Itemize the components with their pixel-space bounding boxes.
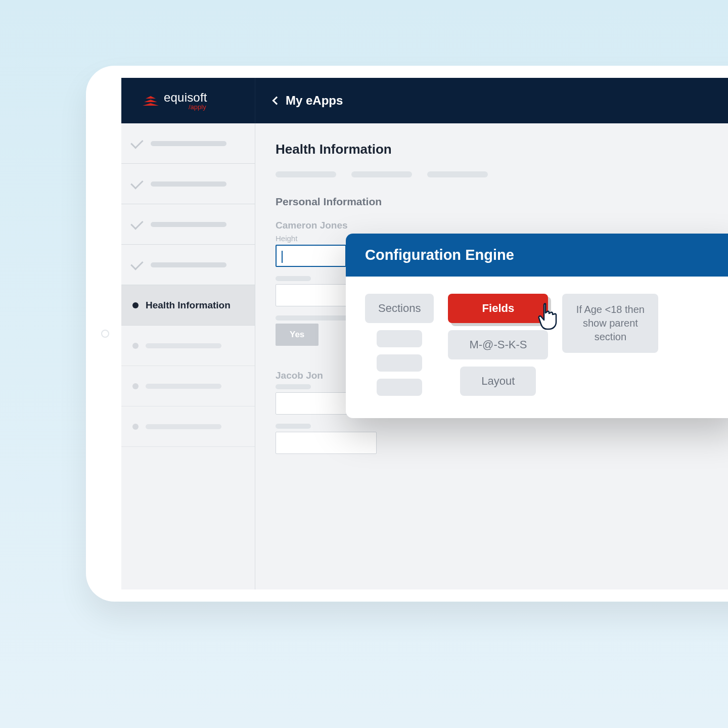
brand-logo-icon bbox=[143, 96, 159, 106]
section-item-placeholder[interactable] bbox=[377, 330, 422, 347]
chevron-left-icon bbox=[272, 97, 281, 105]
sidebar-step-completed[interactable] bbox=[121, 245, 255, 285]
field-label-placeholder bbox=[276, 276, 311, 281]
sidebar-step-upcoming[interactable] bbox=[121, 406, 255, 447]
section-item-placeholder[interactable] bbox=[377, 354, 422, 372]
dot-icon bbox=[132, 383, 139, 389]
tab-placeholder[interactable] bbox=[276, 171, 336, 177]
config-col-fields: Fields M-@-S-K-S Layout bbox=[448, 294, 548, 396]
page-title: Health Information bbox=[276, 142, 728, 157]
masks-chip[interactable]: M-@-S-K-S bbox=[448, 330, 548, 359]
brand-text: equisoft /apply bbox=[164, 92, 207, 110]
section-item-placeholder[interactable] bbox=[377, 379, 422, 396]
check-icon bbox=[130, 217, 143, 230]
sidebar-placeholder bbox=[151, 141, 226, 146]
brand-subname: /apply bbox=[164, 104, 207, 110]
generic-input[interactable] bbox=[276, 432, 377, 454]
section-subhead: Personal Information bbox=[276, 196, 728, 208]
dot-icon bbox=[132, 343, 139, 349]
dot-icon bbox=[132, 302, 139, 308]
sidebar-placeholder bbox=[146, 384, 221, 389]
sidebar-placeholder bbox=[146, 424, 221, 429]
layout-chip[interactable]: Layout bbox=[460, 367, 536, 396]
back-nav-label: My eApps bbox=[286, 94, 343, 108]
fields-chip-label: Fields bbox=[482, 302, 515, 314]
sidebar-placeholder bbox=[151, 262, 226, 267]
sidebar-placeholder bbox=[146, 343, 221, 348]
cursor-pointer-icon bbox=[536, 303, 560, 333]
yes-button[interactable]: Yes bbox=[276, 324, 318, 346]
tab-placeholder[interactable] bbox=[351, 171, 412, 177]
field-label-placeholder bbox=[276, 424, 311, 429]
check-icon bbox=[130, 136, 143, 149]
sidebar-step-completed[interactable] bbox=[121, 204, 255, 245]
config-col-sections: Sections bbox=[365, 294, 434, 396]
brand-block: equisoft /apply bbox=[121, 78, 255, 123]
person-name: Cameron Jones bbox=[276, 220, 728, 231]
check-icon bbox=[130, 257, 143, 270]
sidebar-step-completed[interactable] bbox=[121, 123, 255, 164]
check-icon bbox=[130, 176, 143, 189]
configuration-engine-panel: Configuration Engine Sections Fields M-@… bbox=[346, 234, 728, 418]
height-input-1[interactable] bbox=[276, 245, 346, 267]
config-panel-body: Sections Fields M-@-S-K-S Layout If Age … bbox=[346, 277, 728, 418]
app-header: equisoft /apply My eApps bbox=[121, 78, 728, 123]
sidebar-step-completed[interactable] bbox=[121, 164, 255, 204]
sidebar-active-label: Health Information bbox=[146, 300, 231, 311]
back-nav[interactable]: My eApps bbox=[255, 78, 343, 123]
sidebar-placeholder bbox=[151, 181, 226, 187]
tab-placeholder[interactable] bbox=[427, 171, 488, 177]
brand-name: equisoft bbox=[164, 90, 207, 104]
dot-icon bbox=[132, 424, 139, 430]
sections-chip[interactable]: Sections bbox=[365, 294, 434, 323]
sidebar-placeholder bbox=[151, 222, 226, 227]
tab-row bbox=[276, 171, 728, 177]
fields-chip[interactable]: Fields bbox=[448, 294, 548, 323]
field-label-placeholder bbox=[276, 384, 311, 389]
sidebar-step-upcoming[interactable] bbox=[121, 326, 255, 366]
sidebar-step-active[interactable]: Health Information bbox=[121, 285, 255, 326]
config-panel-title: Configuration Engine bbox=[346, 234, 728, 277]
sidebar-step-upcoming[interactable] bbox=[121, 366, 255, 406]
tablet-home-button[interactable] bbox=[101, 330, 109, 338]
rule-box[interactable]: If Age <18 then show parent section bbox=[562, 294, 658, 353]
sidebar: Health Information bbox=[121, 123, 255, 589]
config-col-rule: If Age <18 then show parent section bbox=[562, 294, 658, 353]
